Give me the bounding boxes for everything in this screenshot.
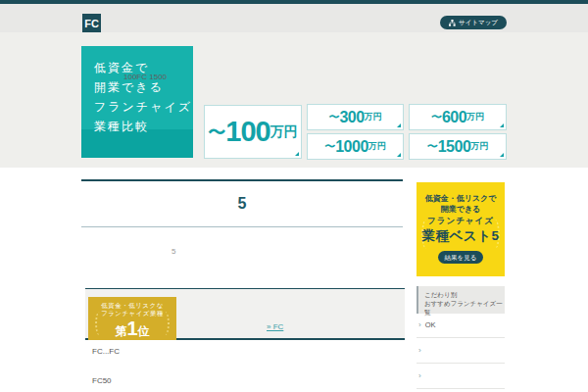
sitemap-button[interactable]: サイトマップ [440, 16, 507, 29]
price-amount: 600 [442, 109, 466, 126]
rank-prefix: 第 [115, 324, 126, 338]
site-logo[interactable]: FC [82, 14, 101, 33]
price-unit: 万円 [368, 140, 386, 153]
hero-caption: 100FC 1500 [123, 73, 167, 81]
price-button-100[interactable]: 〜100万円 [204, 105, 302, 159]
sidebar-nav-header: こだわり別 おすすめフランチャイズ一覧 [416, 286, 505, 314]
hero-section: 低資金で 開業できる フランチャイズ 業種比較 100FC 1500 〜100万… [0, 32, 588, 168]
header-bar: FC サイトマップ [0, 4, 588, 32]
section-heading: 5 [238, 195, 247, 212]
corner-arrow-icon [295, 152, 299, 156]
price-button-1500[interactable]: 〜1500万円 [409, 133, 507, 160]
sidebar-nav-item[interactable]: › [416, 364, 505, 389]
chevron-right-icon: › [418, 372, 421, 380]
ad-title: 業種ベスト5 [416, 227, 505, 245]
section-heading-block: 5 [81, 179, 403, 227]
price-button-300[interactable]: 〜300万円 [307, 104, 404, 130]
ad-line: 開業できる [416, 204, 505, 215]
sidebar-nav-item[interactable]: › [416, 338, 505, 364]
price-amount: 300 [339, 109, 364, 126]
corner-arrow-icon [397, 153, 401, 157]
sidebar-nav-list: › OK › › [416, 316, 505, 389]
banner-line: 業種比較 [94, 117, 193, 136]
sitemap-icon [449, 20, 456, 26]
sidebar-header-line: おすすめフランチャイズ一覧 [424, 299, 505, 317]
price-tilde: 〜 [208, 121, 225, 144]
laurel-right-icon [161, 312, 170, 335]
ranking-tab-bar: 低資金・低リスクな フランチャイズ業種 第1位 » FC [85, 288, 405, 340]
price-tilde: 〜 [324, 139, 335, 154]
corner-arrow-icon [500, 123, 504, 127]
laurel-left-icon [95, 312, 104, 335]
chevron-right-icon: › [418, 347, 421, 355]
price-button-1000[interactable]: 〜1000万円 [307, 133, 404, 160]
price-unit: 万円 [270, 123, 298, 141]
corner-arrow-icon [500, 153, 504, 157]
list-item: FC50 [92, 376, 112, 385]
rank-number: 1 [126, 318, 137, 339]
price-unit: 万円 [365, 111, 382, 123]
chevron-right-icon: › [418, 321, 421, 329]
fc-link[interactable]: » FC [267, 322, 283, 331]
badge-line: 低資金・低リスクな [88, 302, 176, 310]
sidebar-header-line: こだわり別 [424, 290, 505, 299]
rank-1-badge[interactable]: 低資金・低リスクな フランチャイズ業種 第1位 [88, 297, 176, 340]
view-results-button[interactable]: 結果を見る [438, 251, 483, 264]
price-amount: 100 [225, 116, 270, 148]
price-unit: 万円 [470, 140, 488, 153]
sidebar-item-label: OK [425, 321, 436, 329]
price-tilde: 〜 [431, 110, 442, 124]
sidebar-ad-banner[interactable]: 低資金・低リスクで 開業できる フランチャイズ 業種ベスト5 結果を見る [416, 182, 505, 276]
rank-suffix: 位 [138, 324, 150, 338]
corner-arrow-icon [397, 123, 401, 127]
price-amount: 1000 [335, 138, 368, 156]
page: FC サイトマップ 低資金で 開業できる フランチャイズ 業種比較 100FC … [0, 0, 588, 392]
section-note: 5 [172, 247, 175, 256]
banner-line: フランチャイズ [94, 97, 193, 117]
list-item: FC...FC [92, 347, 120, 356]
price-button-600[interactable]: 〜600万円 [409, 104, 507, 130]
price-tilde: 〜 [427, 139, 438, 154]
price-amount: 1500 [438, 138, 471, 156]
sidebar-nav-item[interactable]: › OK [416, 316, 505, 338]
ad-line: 低資金・低リスクで [416, 193, 505, 204]
sitemap-button-label: サイトマップ [459, 19, 498, 27]
price-unit: 万円 [466, 111, 484, 123]
price-tilde: 〜 [328, 110, 339, 124]
hero-banner[interactable]: 低資金で 開業できる フランチャイズ 業種比較 [81, 46, 193, 158]
